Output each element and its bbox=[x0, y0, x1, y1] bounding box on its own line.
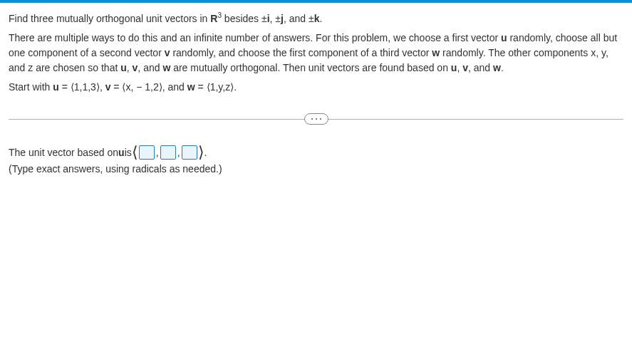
vec-u: u bbox=[120, 62, 127, 73]
answer-input-2[interactable] bbox=[160, 145, 176, 160]
text: besides ± bbox=[222, 13, 267, 24]
text: , ± bbox=[270, 13, 281, 24]
text: = ⟨1,y,z⟩. bbox=[195, 81, 237, 93]
text: . bbox=[319, 13, 322, 24]
period: . bbox=[204, 147, 207, 158]
problem-line-1: Find three mutually orthogonal unit vect… bbox=[9, 10, 623, 26]
bracket-open: ⟨ bbox=[132, 145, 138, 160]
text: , bbox=[457, 62, 462, 73]
vec-w: w bbox=[493, 62, 501, 73]
vec-u: u bbox=[501, 32, 507, 43]
text: Find three mutually orthogonal unit vect… bbox=[9, 13, 210, 24]
text: Start with bbox=[9, 81, 53, 93]
text: are mutually orthogonal. Then unit vecto… bbox=[170, 62, 451, 73]
vec-w: w bbox=[162, 62, 170, 73]
vec-w: w bbox=[187, 81, 195, 93]
problem-content: Find three mutually orthogonal unit vect… bbox=[0, 3, 632, 182]
problem-para-3: Start with u = ⟨1,1,3⟩, v = ⟨x, − 1,2⟩, … bbox=[9, 80, 623, 95]
text: . bbox=[501, 62, 504, 73]
answer-input-1[interactable] bbox=[139, 145, 155, 160]
vec-v: v bbox=[462, 62, 468, 73]
answer-line: The unit vector based on u is ⟨ , , ⟩ . bbox=[9, 145, 623, 160]
text: randomly, and choose the first component… bbox=[170, 47, 432, 58]
vec-v: v bbox=[165, 47, 170, 58]
expand-button[interactable] bbox=[304, 113, 328, 125]
answer-input-3[interactable] bbox=[182, 145, 197, 160]
text: , and bbox=[138, 62, 162, 73]
dot-icon bbox=[316, 118, 317, 120]
comma: , bbox=[156, 147, 159, 158]
answer-hint: (Type exact answers, using radicals as n… bbox=[9, 163, 623, 175]
answer-prompt: is bbox=[125, 147, 132, 158]
vec-u: u bbox=[53, 81, 59, 93]
text: = ⟨x, − 1,2⟩, and bbox=[110, 81, 187, 93]
comma: , bbox=[177, 147, 180, 158]
section-divider bbox=[9, 113, 623, 125]
bracket-close: ⟩ bbox=[198, 145, 204, 160]
text: = ⟨1,1,3⟩, bbox=[59, 81, 105, 93]
dot-icon bbox=[320, 118, 321, 120]
text: , and ± bbox=[284, 13, 314, 24]
answer-prompt: The unit vector based on bbox=[9, 147, 118, 158]
vec-u: u bbox=[118, 147, 125, 158]
vec-w: w bbox=[432, 47, 440, 58]
text-R: R bbox=[210, 13, 217, 24]
dot-icon bbox=[311, 118, 313, 120]
problem-para-2: There are multiple ways to do this and a… bbox=[9, 31, 623, 76]
text: There are multiple ways to do this and a… bbox=[9, 32, 501, 43]
text: , and bbox=[468, 62, 493, 73]
text: , bbox=[127, 62, 133, 73]
